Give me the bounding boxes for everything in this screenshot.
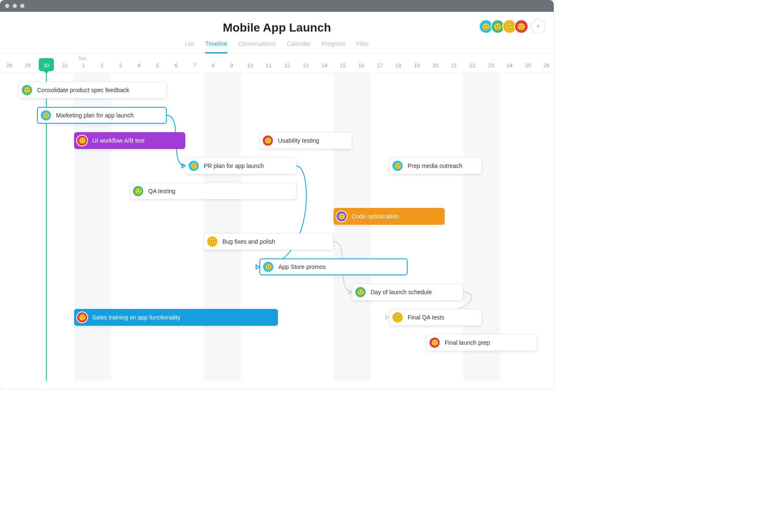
task-label: Prep media outreach <box>408 162 462 169</box>
date-cell[interactable]: 8 <box>204 54 222 73</box>
date-cell[interactable]: 5 <box>148 54 167 73</box>
task-label: Final launch prep <box>445 339 490 346</box>
task-assignee-avatar: 🙂 <box>262 135 274 146</box>
date-cell[interactable]: 30 <box>37 54 56 73</box>
date-cell[interactable]: 29 <box>19 54 37 73</box>
task-label: Final QA tests <box>408 314 444 321</box>
date-cell[interactable]: 2 <box>93 54 111 73</box>
task-bar[interactable]: 🙂Consolidate product spec feedback <box>19 82 167 98</box>
task-bar[interactable]: 🙂Final QA tests <box>389 309 482 326</box>
tasks-layer: 🙂Consolidate product spec feedback🙂Marke… <box>0 73 554 381</box>
tab-list[interactable]: List <box>185 40 194 53</box>
task-label: Code optimization <box>352 213 399 220</box>
task-assignee-avatar: 🙂 <box>336 210 347 222</box>
date-cell[interactable]: 9 <box>222 54 241 73</box>
date-cell[interactable]: 16 <box>352 54 371 73</box>
task-bar[interactable]: 🙂Marketing plan for app launch <box>37 107 167 124</box>
date-cell[interactable]: 20 <box>426 54 445 73</box>
date-cell[interactable]: 13 <box>296 54 315 73</box>
task-assignee-avatar: 🙂 <box>429 337 440 348</box>
date-cell[interactable]: 7 <box>185 54 204 73</box>
task-assignee-avatar: 🙂 <box>40 109 52 121</box>
task-label: UI workflow A/B test <box>92 137 144 144</box>
date-cell[interactable]: 14 <box>315 54 334 73</box>
date-cell[interactable]: 28 <box>0 54 19 73</box>
task-label: PR plan for app launch <box>204 162 264 169</box>
date-cell[interactable]: 17 <box>371 54 389 73</box>
app-window: Mobile App Launch 🙂🙂🙂🙂+ ListTimelineConv… <box>0 0 554 389</box>
window-zoom-icon[interactable] <box>20 4 24 8</box>
date-cell[interactable]: 24 <box>500 54 519 73</box>
task-assignee-avatar: 🙂 <box>21 84 33 96</box>
project-members: 🙂🙂🙂🙂+ <box>479 19 545 34</box>
task-label: Usability testing <box>278 137 319 144</box>
task-label: App Store promos <box>278 263 326 270</box>
window-titlebar <box>0 0 554 12</box>
date-cell[interactable]: 11 <box>259 54 278 73</box>
task-assignee-avatar: 🙂 <box>355 286 366 298</box>
tab-files[interactable]: Files <box>356 40 369 53</box>
task-assignee-avatar: 🙂 <box>76 135 88 146</box>
timeline-view: 28293031Sep12345678910111213141516171819… <box>0 54 554 381</box>
date-cell[interactable]: 19 <box>408 54 426 73</box>
task-bar[interactable]: 🙂App Store promos <box>259 258 408 275</box>
tab-timeline[interactable]: Timeline <box>205 40 227 53</box>
tab-conversations[interactable]: Conversations <box>238 40 276 53</box>
task-assignee-avatar: 🙂 <box>76 311 88 323</box>
task-assignee-avatar: 🙂 <box>188 160 200 172</box>
date-cell[interactable]: 31 <box>56 54 74 73</box>
view-tabs: ListTimelineConversationsCalendarProgres… <box>8 40 545 53</box>
date-cell[interactable]: 21 <box>445 54 463 73</box>
task-assignee-avatar: 🙂 <box>132 185 144 197</box>
add-member-button[interactable]: + <box>531 19 545 34</box>
task-label: Day of launch schedule <box>371 289 432 295</box>
date-cell[interactable]: 6 <box>167 54 185 73</box>
date-cell[interactable]: 10 <box>241 54 259 73</box>
task-bar[interactable]: 🙂Prep media outreach <box>389 157 482 174</box>
task-assignee-avatar: 🙂 <box>206 236 218 247</box>
task-bar[interactable]: 🙂Day of launch schedule <box>352 284 463 301</box>
task-bar[interactable]: 🙂Final launch prep <box>426 334 537 351</box>
tab-calendar[interactable]: Calendar <box>287 40 311 53</box>
date-cell[interactable]: 25 <box>519 54 537 73</box>
window-close-icon[interactable] <box>5 4 9 8</box>
task-bar[interactable]: 🙂UI workflow A/B test <box>74 132 185 149</box>
task-label: Consolidate product spec feedback <box>37 87 129 93</box>
project-title: Mobile App Launch <box>8 21 545 35</box>
task-bar[interactable]: 🙂Usability testing <box>259 132 352 149</box>
task-assignee-avatar: 🙂 <box>392 311 403 323</box>
date-cell[interactable]: 26 <box>537 54 554 73</box>
date-cell[interactable]: 1 <box>74 54 93 73</box>
task-bar[interactable]: 🙂Sales training on app functionality <box>74 309 278 326</box>
tab-progress[interactable]: Progress <box>322 40 345 53</box>
date-cell[interactable]: 3 <box>111 54 130 73</box>
project-header: Mobile App Launch 🙂🙂🙂🙂+ ListTimelineConv… <box>0 12 554 54</box>
task-assignee-avatar: 🙂 <box>392 160 403 172</box>
task-bar[interactable]: 🙂Bug fixes and polish <box>204 233 334 250</box>
date-cell[interactable]: 22 <box>463 54 482 73</box>
date-cell[interactable]: 23 <box>482 54 500 73</box>
task-label: Sales training on app functionality <box>92 314 180 321</box>
task-label: Marketing plan for app launch <box>56 112 133 119</box>
date-cell[interactable]: 4 <box>130 54 148 73</box>
task-bar[interactable]: 🙂PR plan for app launch <box>185 157 296 174</box>
date-cell[interactable]: 15 <box>334 54 352 73</box>
task-bar[interactable]: 🙂Code optimization <box>334 208 445 225</box>
task-label: QA testing <box>148 188 176 194</box>
date-header: 28293031Sep12345678910111213141516171819… <box>0 54 554 73</box>
date-cell[interactable]: 18 <box>389 54 408 73</box>
task-label: Bug fixes and polish <box>222 238 275 245</box>
task-bar[interactable]: 🙂QA testing <box>130 183 296 200</box>
member-avatar[interactable]: 🙂 <box>514 19 528 34</box>
date-cell[interactable]: 12 <box>278 54 296 73</box>
window-minimize-icon[interactable] <box>13 4 17 8</box>
task-assignee-avatar: 🙂 <box>262 261 274 273</box>
